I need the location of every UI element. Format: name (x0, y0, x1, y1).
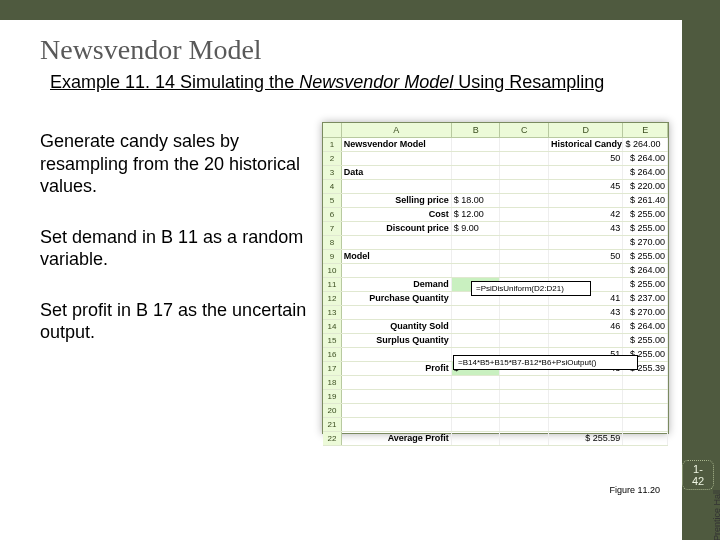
cell-E12: 237.00 (637, 293, 665, 303)
cell-A22: Average Profit (342, 432, 452, 445)
subtitle-post: Using Resampling (453, 72, 604, 92)
cell-E10: 264.00 (637, 265, 665, 275)
cell-D14: 46 (549, 320, 623, 333)
cell-E11: 255.00 (637, 279, 665, 289)
para-1: Generate candy sales by resampling from … (40, 130, 310, 198)
cell-A15: Surplus Quantity (342, 334, 452, 347)
cell-D7: 43 (549, 222, 623, 235)
cell-E16: 255.00 (637, 349, 665, 359)
copyright-text: Education, Inc. publishing as Prentice H… (712, 490, 720, 540)
subtitle-pre: Example 11. 14 Simulating the (50, 72, 299, 92)
cell-D13: 43 (549, 306, 623, 319)
cell-E8: 270.00 (637, 237, 665, 247)
cell-A3: Data (342, 166, 452, 179)
col-headers: A B C D E (323, 123, 668, 138)
formula-callout-demand: =PsiDisUniform(D2:D21) (471, 281, 591, 296)
cell-B5: $ 18.00 (452, 194, 501, 207)
cell-B7: $ 9.00 (452, 222, 501, 235)
cell-D4: 45 (549, 180, 623, 193)
cell-A14: Quantity Sold (342, 320, 452, 333)
cell-A1: Newsvendor Model (342, 138, 452, 151)
cell-A9: Model (342, 250, 452, 263)
slide-subtitle: Example 11. 14 Simulating the Newsvendor… (50, 72, 720, 93)
formula-callout-profit: =B14*B5+B15*B7-B12*B6+PsiOutput() (453, 355, 638, 370)
cell-A12: Purchase Quantity (342, 292, 452, 305)
col-B: B (452, 123, 501, 137)
col-D: D (549, 123, 623, 137)
body-text: Generate candy sales by resampling from … (40, 130, 310, 372)
cell-A7: Discount price (342, 222, 452, 235)
subtitle-emph: Newsvendor Model (299, 72, 453, 92)
slide-title: Newsvendor Model (40, 34, 720, 66)
cell-E17: 255.39 (637, 363, 665, 373)
cell-E1: 264.00 (633, 139, 661, 149)
cell-E9: 255.00 (637, 251, 665, 261)
cell-E5: 261.40 (637, 195, 665, 205)
cell-D1: Historical Candy Sales (549, 138, 623, 151)
para-2: Set demand in B 11 as a random variable. (40, 226, 310, 271)
figure-label: Figure 11.20 (609, 485, 660, 495)
cell-D6: 42 (549, 208, 623, 221)
cell-A17: Profit (342, 362, 452, 375)
top-accent-bar (0, 0, 720, 20)
spreadsheet-screenshot: A B C D E 1Newsvendor ModelHistorical Ca… (322, 122, 669, 434)
cell-A6: Cost (342, 208, 452, 221)
cell-B6: $ 12.00 (452, 208, 501, 221)
cell-E14: 264.00 (637, 321, 665, 331)
col-C: C (500, 123, 549, 137)
col-E: E (623, 123, 668, 137)
cell-D2: 50 (549, 152, 623, 165)
cell-E4: 220.00 (637, 181, 665, 191)
cell-E13: 270.00 (637, 307, 665, 317)
col-A: A (342, 123, 452, 137)
page-number: 1-42 (682, 460, 714, 490)
cell-E6: 255.00 (637, 209, 665, 219)
cell-D9: 50 (549, 250, 623, 263)
cell-D22: $ 255.59 (549, 432, 623, 445)
cell-E3: 264.00 (637, 167, 665, 177)
cell-E1-s: $ (625, 139, 630, 149)
cell-A11: Demand (342, 278, 452, 291)
cell-A5: Selling price (342, 194, 452, 207)
para-3: Set profit in B 17 as the uncertain outp… (40, 299, 310, 344)
cell-E15: 255.00 (637, 335, 665, 345)
cell-E2: 264.00 (637, 153, 665, 163)
cell-E7: 255.00 (637, 223, 665, 233)
